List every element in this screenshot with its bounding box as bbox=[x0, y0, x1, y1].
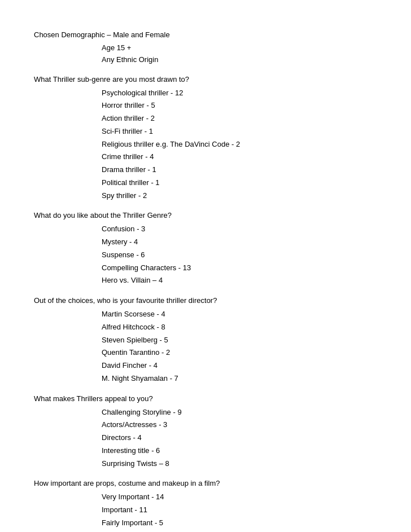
question-text-q5: How important are props, costume and mak… bbox=[34, 479, 377, 487]
answer-item: Interesting title - 6 bbox=[102, 445, 377, 458]
question-section-q1: What Thriller sub-genre are you most dra… bbox=[34, 75, 377, 203]
answer-item: Horror thriller - 5 bbox=[102, 99, 377, 112]
answers-q2: Confusion - 3Mystery - 4Suspense - 6Comp… bbox=[102, 223, 377, 287]
answer-item: Drama thriller - 1 bbox=[102, 164, 377, 177]
question-text-q2: What do you like about the Thriller Genr… bbox=[34, 211, 377, 219]
answer-item: Challenging Storyline - 9 bbox=[102, 406, 377, 419]
answers-q1: Psychological thriller - 12Horror thrill… bbox=[102, 87, 377, 203]
question-text-q3: Out of the choices, who is your favourit… bbox=[34, 296, 377, 305]
answer-item: Spy thriller - 2 bbox=[102, 190, 377, 203]
answer-item: Hero vs. Villain – 4 bbox=[102, 274, 377, 287]
answer-item: M. Night Shyamalan - 7 bbox=[102, 372, 377, 385]
answer-item: Quentin Tarantino - 2 bbox=[102, 346, 377, 359]
answer-item: Important - 11 bbox=[102, 504, 377, 517]
demographic-age: Age 15 + bbox=[102, 42, 377, 54]
answers-q3: Martin Scorsese - 4Alfred Hitchcock - 8S… bbox=[102, 308, 377, 385]
answer-item: Actors/Actresses - 3 bbox=[102, 419, 377, 432]
answer-item: Martin Scorsese - 4 bbox=[102, 308, 377, 321]
answer-item: Fairly Important - 5 bbox=[102, 517, 377, 530]
answer-item: Action thriller - 2 bbox=[102, 112, 377, 125]
answer-item: Steven Spielberg - 5 bbox=[102, 334, 377, 347]
answer-item: Crime thriller - 4 bbox=[102, 151, 377, 164]
question-text-q1: What Thriller sub-genre are you most dra… bbox=[34, 75, 377, 83]
question-section-q2: What do you like about the Thriller Genr… bbox=[34, 211, 377, 287]
questions-container: What Thriller sub-genre are you most dra… bbox=[34, 75, 377, 532]
answers-q4: Challenging Storyline - 9Actors/Actresse… bbox=[102, 406, 377, 471]
demographic-ethnicity: Any Ethnic Origin bbox=[102, 54, 377, 66]
answer-item: Unimportant – 0 bbox=[102, 530, 377, 532]
answer-item: Compelling Characters - 13 bbox=[102, 262, 377, 275]
answer-item: Mystery - 4 bbox=[102, 236, 377, 249]
answers-q5: Very Important - 14Important - 11Fairly … bbox=[102, 491, 377, 532]
question-section-q4: What makes Thrillers appeal to you?Chall… bbox=[34, 394, 377, 471]
answer-item: David Fincher - 4 bbox=[102, 359, 377, 372]
answer-item: Sci-Fi thriller - 1 bbox=[102, 125, 377, 138]
answer-item: Directors - 4 bbox=[102, 432, 377, 445]
answer-item: Psychological thriller - 12 bbox=[102, 87, 377, 100]
question-section-q5: How important are props, costume and mak… bbox=[34, 479, 377, 532]
demographic-details: Age 15 + Any Ethnic Origin bbox=[102, 42, 377, 66]
answer-item: Religious thriller e.g. The DaVinci Code… bbox=[102, 138, 377, 151]
answer-item: Suspense - 6 bbox=[102, 249, 377, 262]
question-section-q3: Out of the choices, who is your favourit… bbox=[34, 296, 377, 385]
answer-item: Surprising Twists – 8 bbox=[102, 458, 377, 471]
answer-item: Confusion - 3 bbox=[102, 223, 377, 236]
question-text-q4: What makes Thrillers appeal to you? bbox=[34, 394, 377, 403]
answer-item: Alfred Hitchcock - 8 bbox=[102, 321, 377, 334]
answer-item: Political thriller - 1 bbox=[102, 177, 377, 190]
answer-item: Very Important - 14 bbox=[102, 491, 377, 504]
demographic-section: Chosen Demographic – Male and Female Age… bbox=[34, 30, 377, 66]
demographic-label: Chosen Demographic – Male and Female bbox=[34, 30, 377, 39]
